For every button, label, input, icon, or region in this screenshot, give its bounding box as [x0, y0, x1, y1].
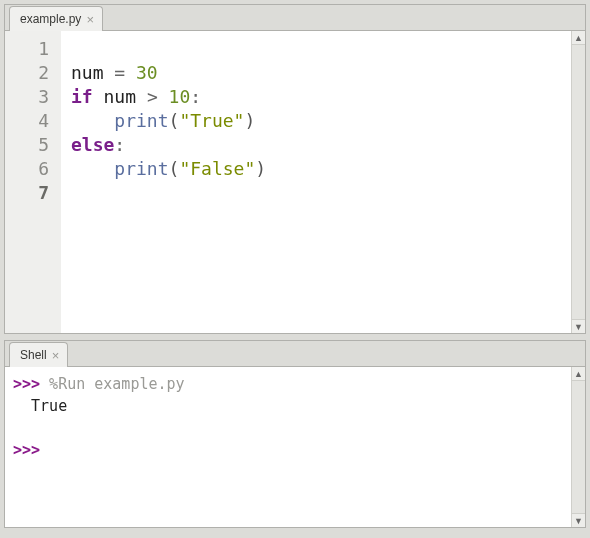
- editor-panel: example.py × 1 2 3 4 5 6 7 num = 30 if n…: [4, 4, 586, 334]
- code-token: "False": [179, 158, 255, 179]
- code-token: "True": [179, 110, 244, 131]
- code-token: =: [104, 62, 137, 83]
- shell-panel: Shell × >>> %Run example.py True >>> ▲ ▼: [4, 340, 586, 528]
- shell-output-area[interactable]: >>> %Run example.py True >>>: [5, 367, 571, 527]
- code-token: 30: [136, 62, 158, 83]
- line-number: 4: [9, 109, 49, 133]
- shell-content: >>> %Run example.py True >>> ▲ ▼: [5, 367, 585, 527]
- code-token: if: [71, 86, 93, 107]
- close-icon[interactable]: ×: [52, 349, 60, 362]
- code-token: 10: [169, 86, 191, 107]
- line-number: 3: [9, 85, 49, 109]
- code-token: ): [244, 110, 255, 131]
- code-token: :: [114, 134, 125, 155]
- code-token: [71, 158, 114, 179]
- scroll-down-icon[interactable]: ▼: [572, 513, 585, 527]
- code-token: print: [114, 110, 168, 131]
- line-number: 5: [9, 133, 49, 157]
- line-number: 1: [9, 37, 49, 61]
- code-token: ): [255, 158, 266, 179]
- editor-tab-label: example.py: [20, 12, 81, 26]
- scroll-up-icon[interactable]: ▲: [572, 31, 585, 45]
- shell-output-indent: [13, 397, 31, 415]
- shell-prompt: >>>: [13, 375, 40, 393]
- scroll-up-icon[interactable]: ▲: [572, 367, 585, 381]
- shell-cursor-area: [40, 441, 49, 459]
- shell-tab-label: Shell: [20, 348, 47, 362]
- shell-run-command: %Run example.py: [40, 375, 185, 393]
- close-icon[interactable]: ×: [86, 13, 94, 26]
- code-token: >: [147, 86, 158, 107]
- line-number-current: 7: [9, 181, 49, 205]
- code-token: num: [71, 62, 104, 83]
- editor-tab-example[interactable]: example.py ×: [9, 6, 103, 31]
- shell-prompt: >>>: [13, 441, 40, 459]
- code-token: [158, 86, 169, 107]
- code-area[interactable]: num = 30 if num > 10: print("True") else…: [61, 31, 571, 333]
- editor-scrollbar-vertical[interactable]: ▲ ▼: [571, 31, 585, 333]
- code-token: :: [190, 86, 201, 107]
- shell-tabbar: Shell ×: [5, 341, 585, 367]
- code-token: [71, 110, 114, 131]
- line-number: 6: [9, 157, 49, 181]
- shell-tab[interactable]: Shell ×: [9, 342, 68, 367]
- code-token: [136, 86, 147, 107]
- line-number: 2: [9, 61, 49, 85]
- shell-scrollbar-vertical[interactable]: ▲ ▼: [571, 367, 585, 527]
- code-token: else: [71, 134, 114, 155]
- editor-content: 1 2 3 4 5 6 7 num = 30 if num > 10: prin…: [5, 31, 585, 333]
- code-token: (: [169, 110, 180, 131]
- shell-output: True: [31, 397, 67, 415]
- code-token: print: [114, 158, 168, 179]
- line-number-gutter: 1 2 3 4 5 6 7: [5, 31, 61, 333]
- code-token: num: [104, 86, 137, 107]
- code-token: [93, 86, 104, 107]
- code-token: (: [169, 158, 180, 179]
- editor-tabbar: example.py ×: [5, 5, 585, 31]
- scroll-down-icon[interactable]: ▼: [572, 319, 585, 333]
